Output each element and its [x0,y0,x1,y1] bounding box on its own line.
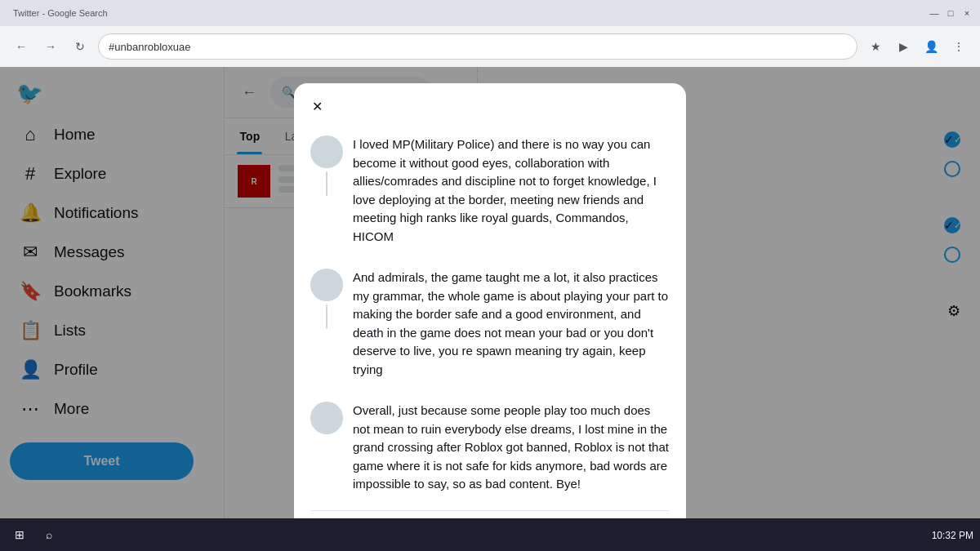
taskbar-time: 10:32 PM [932,530,973,541]
profile-icon[interactable]: 👤 [920,35,942,58]
close-button[interactable]: × [960,7,973,20]
maximize-button[interactable]: □ [944,7,957,20]
start-button[interactable]: ⊞ [7,522,33,548]
tweet-thread-modal: ✕ I loved MP(Military Police) and there … [294,83,686,540]
thread-avatar-3 [310,402,343,434]
modal-overlay: ✕ I loved MP(Military Police) and there … [0,67,980,518]
tweet-thread-item-1: I loved MP(Military Police) and there is… [310,129,670,246]
thread-connector-2 [326,304,327,329]
browser-addressbar: ← → ↻ #unbanrobloxuae ★ ▶ 👤 ⋮ [0,26,980,67]
browser-toolbar-icons: ★ ▶ 👤 ⋮ [864,35,970,58]
extensions-icon[interactable]: ▶ [892,35,915,58]
browser-title: Twitter - Google Search [7,8,108,18]
minimize-button[interactable]: — [928,7,941,20]
tweet-thread-item-2: And admirals, the game taught me a lot, … [310,262,670,379]
browser-titlebar: Twitter - Google Search — □ × [0,0,980,26]
thread-avatar-1 [310,136,343,168]
tweet-thread-item-3: Overall, just because some people play t… [310,395,670,494]
refresh-button[interactable]: ↻ [69,35,91,58]
browser-chrome: Twitter - Google Search — □ × ← → ↻ #unb… [0,0,980,67]
bookmark-star-icon[interactable]: ★ [864,35,887,58]
menu-icon[interactable]: ⋮ [947,35,970,58]
thread-tweet-text-3: Overall, just because some people play t… [353,402,670,494]
address-bar[interactable]: #unbanrobloxuae [98,33,858,60]
address-text: #unbanrobloxuae [109,41,190,53]
thread-tweet-text-1: I loved MP(Military Police) and there is… [353,136,670,246]
modal-close-button[interactable]: ✕ [304,93,330,119]
taskbar: ⊞ ⌕ 10:32 PM [0,518,980,551]
search-taskbar-button[interactable]: ⌕ [36,522,62,548]
thread-avatar-2 [310,269,343,301]
forward-button[interactable]: → [39,35,62,58]
thread-tweet-text-2: And admirals, the game taught me a lot, … [353,269,670,379]
back-button[interactable]: ← [10,35,33,58]
thread-connector-1 [326,171,327,196]
